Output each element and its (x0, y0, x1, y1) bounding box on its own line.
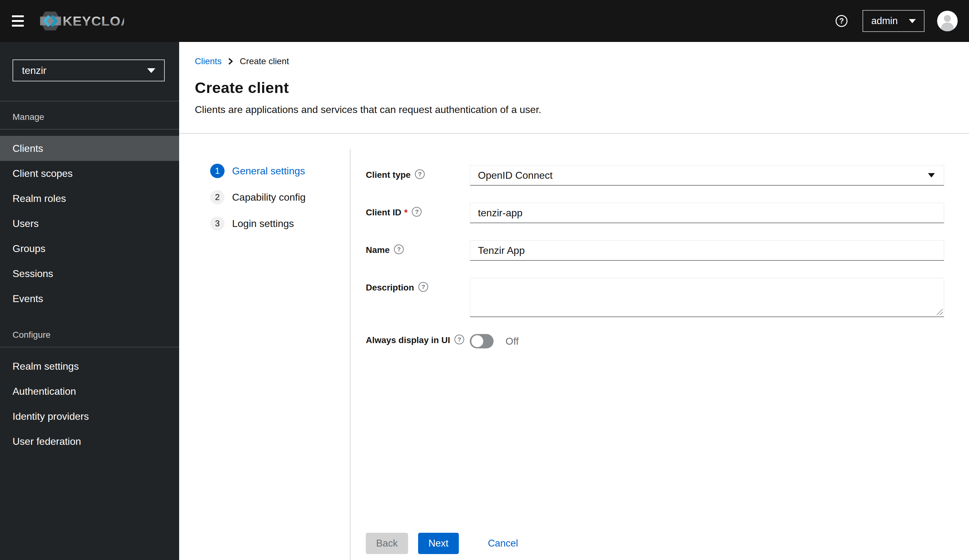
client-id-input[interactable] (470, 203, 944, 223)
toggle-knob (471, 335, 483, 347)
wizard-step-general-settings[interactable]: 1 General settings (210, 164, 350, 178)
wizard-footer: Back Next Cancel (366, 533, 944, 554)
user-menu-label: admin (871, 15, 897, 27)
next-button[interactable]: Next (418, 533, 459, 554)
masthead: KEYCLOAK ? admin (0, 0, 969, 42)
always-display-label: Always display in UI ? (366, 334, 470, 348)
help-icon[interactable]: ? (418, 282, 428, 292)
help-icon[interactable]: ? (415, 169, 425, 179)
main-content: Clients Create client Create client Clie… (179, 42, 969, 560)
chevron-down-icon (928, 173, 935, 178)
cancel-button[interactable]: Cancel (488, 533, 518, 554)
step-number-badge: 2 (210, 190, 225, 204)
nav-section-title: Configure (13, 330, 179, 340)
sidebar-item-sessions[interactable]: Sessions (0, 261, 179, 286)
breadcrumb: Clients Create client (195, 56, 969, 66)
step-label: Capability config (232, 191, 306, 203)
name-input[interactable] (470, 240, 944, 261)
page-title: Create client (195, 79, 969, 96)
help-button[interactable]: ? (836, 15, 847, 27)
help-icon: ? (836, 15, 847, 27)
chevron-down-icon (147, 68, 155, 73)
nav-toggle-icon[interactable] (12, 15, 25, 27)
avatar[interactable] (937, 11, 958, 31)
description-textarea-wrap (470, 278, 944, 317)
client-id-label: Client ID * ? (366, 203, 470, 223)
wizard-nav: 1 General settings 2 Capability config 3… (179, 149, 350, 560)
sidebar-item-groups[interactable]: Groups (0, 236, 179, 261)
sidebar: tenzir Manage Clients Client scopes Real… (0, 42, 179, 560)
sidebar-item-authentication[interactable]: Authentication (0, 379, 179, 404)
realm-selector[interactable]: tenzir (13, 60, 165, 81)
sidebar-item-user-federation[interactable]: User federation (0, 429, 179, 454)
description-textarea[interactable] (470, 278, 944, 317)
help-icon[interactable]: ? (412, 207, 421, 217)
sidebar-divider (0, 347, 179, 347)
sidebar-item-client-scopes[interactable]: Client scopes (0, 161, 179, 186)
always-display-toggle[interactable] (470, 334, 494, 348)
wizard-step-login-settings[interactable]: 3 Login settings (210, 216, 350, 231)
client-type-label: Client type ? (366, 165, 470, 186)
client-id-row: Client ID * ? (366, 203, 944, 223)
nav-section-configure: Configure Realm settings Authentication … (0, 330, 179, 454)
sidebar-item-identity-providers[interactable]: Identity providers (0, 404, 179, 429)
page-subtitle: Clients are applications and services th… (195, 104, 969, 116)
client-type-value: OpenID Connect (478, 169, 553, 181)
always-display-row: Always display in UI ? Off (366, 334, 944, 348)
sidebar-item-realm-settings[interactable]: Realm settings (0, 354, 179, 379)
breadcrumb-current: Create client (240, 56, 289, 66)
back-button[interactable]: Back (366, 533, 408, 554)
keycloak-logo: KEYCLOAK (40, 11, 124, 31)
page-header: Clients Create client Create client Clie… (179, 42, 969, 116)
nav-section-manage: Manage Clients Client scopes Realm roles… (0, 112, 179, 311)
help-icon[interactable]: ? (455, 335, 464, 344)
user-menu-dropdown[interactable]: admin (862, 10, 924, 32)
keycloak-admin-console: KEYCLOAK ? admin te (0, 0, 969, 560)
sidebar-item-clients[interactable]: Clients (0, 136, 179, 161)
sidebar-item-realm-roles[interactable]: Realm roles (0, 186, 179, 211)
name-label: Name ? (366, 240, 470, 261)
sidebar-divider (0, 101, 179, 101)
brand-text: KEYCLOAK (63, 13, 124, 28)
chevron-down-icon (909, 19, 916, 23)
step-label: General settings (232, 165, 305, 177)
realm-selector-value: tenzir (22, 65, 47, 76)
step-number-badge: 3 (210, 216, 225, 231)
toggle-state-label: Off (506, 336, 519, 347)
sidebar-divider (0, 129, 179, 130)
client-type-select[interactable]: OpenID Connect (470, 165, 944, 186)
help-icon[interactable]: ? (394, 244, 404, 254)
breadcrumb-clients-link[interactable]: Clients (195, 56, 222, 66)
required-asterisk: * (404, 208, 408, 218)
sidebar-item-events[interactable]: Events (0, 286, 179, 311)
wizard-step-capability-config[interactable]: 2 Capability config (210, 190, 350, 204)
name-row: Name ? (366, 240, 944, 261)
client-type-row: Client type ? OpenID Connect (366, 165, 944, 186)
wizard-form-panel: Client type ? OpenID Connect Clien (350, 149, 969, 560)
breadcrumb-chevron-icon (227, 57, 234, 65)
sidebar-item-users[interactable]: Users (0, 211, 179, 236)
nav-section-title: Manage (13, 112, 179, 122)
step-number-badge: 1 (210, 164, 225, 178)
description-label: Description ? (366, 278, 470, 317)
step-label: Login settings (232, 218, 294, 229)
description-row: Description ? (366, 278, 944, 317)
avatar-head-icon (944, 15, 951, 22)
create-client-wizard: 1 General settings 2 Capability config 3… (179, 134, 969, 560)
